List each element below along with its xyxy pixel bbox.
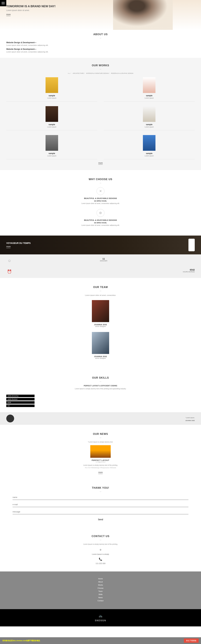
filter-research[interactable]: RESERIACH & GRAPHIC DESIGN (111, 72, 133, 74)
skill-bar: html5 (6, 401, 34, 404)
filter-tabs: ALL / ARCHITECTURE / INTERIOR & FURNITUR… (6, 72, 195, 74)
utensils-icon: ✕ (96, 187, 104, 195)
menu-toggle[interactable] (0, 0, 6, 6)
person-icon: ☺ (6, 258, 12, 264)
footer-link-about[interactable]: About (6, 581, 195, 583)
contact-phone: 111-222-333 (6, 562, 195, 564)
name-input[interactable] (12, 495, 188, 500)
about-item: Website Design & Development— Lorem ipsu… (6, 48, 195, 53)
filter-architecture[interactable]: ARCHITECTURE / (73, 72, 85, 74)
about-item-desc: Lorem ipsum dolor sit amet, consectetur … (6, 51, 195, 53)
news-date: 11 august 2014 (6, 461, 195, 463)
choose-item-desc: Lorem ipsum dolor sit amet, consectetur … (6, 224, 195, 226)
hero-more-link[interactable]: more (6, 13, 10, 16)
choose-item-title: BEAUTIFUL & ENJOYABLE DESIGNS (6, 198, 195, 199)
footer-link-works[interactable]: Works (6, 584, 195, 586)
skill-bar: css (6, 404, 34, 407)
footer-link-home[interactable]: Home (6, 578, 195, 580)
work-item[interactable]: sampleLorem ipsum (104, 77, 195, 102)
banner-more-link[interactable]: more (6, 246, 10, 248)
stat-label: DESIGNER (12, 260, 195, 262)
works-title: OUR WORKS (6, 61, 195, 68)
member-role: senior designer (6, 358, 195, 359)
team-member: JOANNA DOE senior designer (6, 300, 195, 327)
footer-link-team[interactable]: Team (6, 590, 195, 592)
member-photo (92, 300, 109, 322)
work-item[interactable]: sampleLorem ipsum (104, 135, 195, 159)
contact-info: Lorem Ipsum is simply (6, 553, 195, 555)
work-desc: Lorem ipsum (6, 126, 97, 128)
divider-icon: 〰 (6, 539, 195, 541)
contact-desc: Lorem Ipsum is simply dummy text of the … (6, 543, 195, 545)
work-desc: Lorem ipsum (104, 155, 195, 157)
about-item-title: Website Design & Development— (6, 48, 195, 50)
work-title: sample (104, 94, 195, 97)
contact-title: CONTACT US (6, 532, 195, 539)
footer-brand: SNDSGN (5, 619, 196, 622)
send-button[interactable]: Send (96, 517, 105, 522)
skills-desc: Lorem Ipsum is simply dummy text of the … (6, 388, 195, 390)
works-more-link[interactable]: more (98, 162, 102, 164)
work-item[interactable]: sampleLorem ipsum (6, 106, 97, 130)
divider-icon: 〰 (12, 491, 188, 492)
footer-link-choose[interactable]: Choose (6, 587, 195, 589)
team-section: OUR TEAM 〰 Lorem ipsum dolor sit amet, c… (0, 278, 201, 368)
hero-image (113, 0, 173, 30)
footer-link-skills[interactable]: Skills (6, 594, 195, 595)
testimonial-avatar (6, 414, 14, 422)
work-item[interactable]: sampleLorem ipsum (6, 135, 97, 159)
work-item[interactable]: sampleLorem ipsum (6, 77, 97, 102)
news-section: OUR NEWS 〰 "Lorem Ipsum is simply dummy … (0, 425, 201, 479)
stat-number: 11 (12, 258, 195, 260)
divider-icon: 〰 (6, 182, 195, 184)
team-title: OUR TEAM (6, 283, 195, 290)
footer-link-contact[interactable]: Contact (6, 600, 195, 602)
news-quote: "Lorem Ipsum is simply dummy text. (6, 441, 195, 443)
about-title: ABOUT US (0, 30, 201, 37)
work-image (46, 135, 58, 151)
choose-section: WHY CHOOSE US 〰 ✕ BEAUTIFUL & ENJOYABLE … (0, 170, 201, 236)
choose-item-title: BEAUTIFUL & ENJOYABLE DESIGNS (6, 219, 195, 221)
banner-title: VOYAGEUR DU TEMPS (6, 242, 195, 244)
work-image (46, 77, 58, 93)
skills-title: OUR SKILLS (6, 373, 195, 381)
news-tags: #Ux #UI #Webdesign #Responsive #Website (6, 467, 195, 468)
stats-row: ⏰ 6542 HOURS WORKED (0, 267, 201, 278)
choose-item-sub: we define trends. (6, 222, 195, 224)
news-more-link[interactable]: more (98, 471, 102, 474)
testimonial-section: "Lorem Ipsum. JOANNA DOE (0, 412, 201, 425)
choose-item-sub: we define trends. (6, 200, 195, 202)
member-name: JOANNA DOE (6, 356, 195, 358)
divider-icon: 〰 (6, 381, 195, 382)
about-item-title: Website Design & Development— (6, 42, 195, 44)
team-member: JOANNA DOE senior designer (6, 332, 195, 359)
divider-icon: 〰 (6, 437, 195, 439)
choose-title: WHY CHOOSE US (6, 175, 195, 182)
paper-plane-icon: ✈ (6, 548, 195, 552)
gear-icon: ⚙ (96, 209, 104, 217)
work-item[interactable]: sampleLorem ipsum (104, 106, 195, 130)
testimonial-quote: "Lorem Ipsum. (185, 417, 195, 418)
phone-mockup (188, 239, 195, 251)
banner-section: VOYAGEUR DU TEMPS more (0, 236, 201, 254)
work-desc: Lorem ipsum (104, 126, 195, 128)
about-section: Website Design & Development— Lorem ipsu… (0, 42, 201, 58)
email-input[interactable] (12, 502, 188, 507)
footer-link-news[interactable]: News (6, 596, 195, 598)
work-title: sample (6, 124, 97, 126)
filter-interior[interactable]: INTERIOR & FURNITURE DESIGN / (86, 72, 110, 74)
news-item-title: PERFECT LAYOUT (6, 459, 195, 461)
message-input[interactable] (12, 510, 188, 514)
work-title: sample (104, 152, 195, 154)
news-image (90, 445, 111, 458)
testimonial-name: JOANNA DOE (185, 420, 195, 421)
hero-section: TOMORROW IS A BRAND NEW DAY! Lorem ipsum… (0, 0, 201, 30)
skill-bar: adobe illustrator (6, 398, 34, 400)
footer-bottom: 🚲 SNDSGN (0, 609, 201, 626)
clock-icon: ⏰ (6, 268, 12, 275)
divider-icon: 〰 (0, 37, 201, 39)
skill-bar: adobe photoshop (6, 395, 34, 397)
phone-icon: 📞 (6, 558, 195, 561)
about-item: Website Design & Development— Lorem ipsu… (6, 42, 195, 46)
filter-all[interactable]: ALL / (68, 72, 71, 74)
